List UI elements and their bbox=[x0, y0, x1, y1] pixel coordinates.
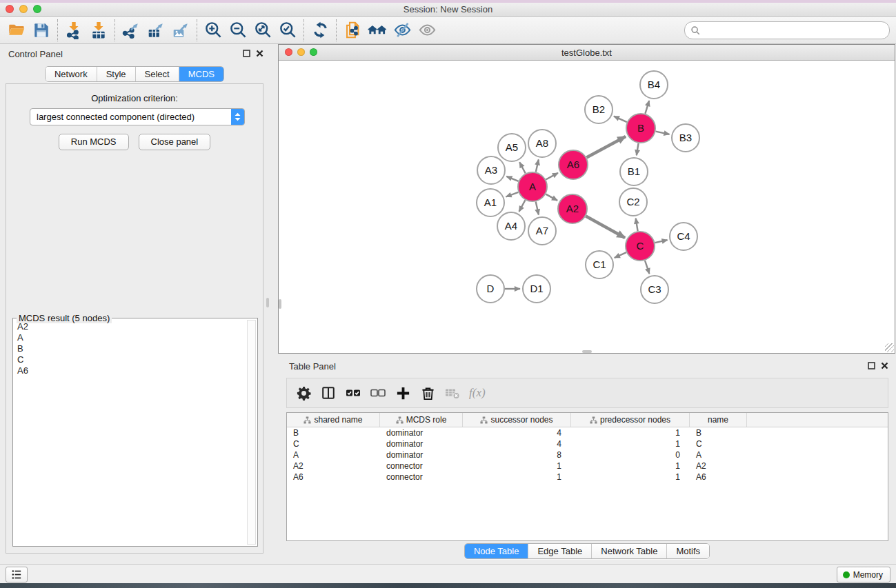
graph-node-A7[interactable]: A7 bbox=[528, 217, 556, 245]
add-column-button[interactable] bbox=[392, 382, 414, 404]
column-header-successor-nodes[interactable]: successor nodes bbox=[463, 413, 571, 427]
graph-node-C3[interactable]: C3 bbox=[641, 276, 668, 303]
column-header-MCDS-role[interactable]: MCDS role bbox=[380, 413, 463, 427]
network-canvas[interactable]: B4B2BB3A8A5A6A3B1AC2A1A2A4A7C4CC1DD1C3 bbox=[279, 61, 895, 353]
graph-edge-A-A5[interactable] bbox=[519, 162, 526, 173]
graph-node-B2[interactable]: B2 bbox=[585, 96, 613, 123]
mcds-result-item[interactable]: A6 bbox=[14, 365, 245, 376]
graph-node-B4[interactable]: B4 bbox=[640, 71, 668, 99]
memory-button[interactable]: Memory bbox=[837, 567, 890, 582]
mcds-result-item[interactable]: B bbox=[14, 343, 245, 354]
graph-edge-A-A2[interactable] bbox=[546, 194, 557, 201]
graph-node-D[interactable]: D bbox=[477, 275, 504, 303]
graph-edge-B-B3[interactable] bbox=[656, 132, 670, 134]
graph-node-A1[interactable]: A1 bbox=[477, 189, 504, 216]
import-network-button[interactable] bbox=[61, 19, 86, 42]
export-table-button[interactable] bbox=[143, 19, 168, 42]
graph-node-C1[interactable]: C1 bbox=[586, 251, 613, 278]
mcds-list-scrollbar[interactable] bbox=[247, 320, 256, 545]
graph-node-D1[interactable]: D1 bbox=[523, 275, 550, 303]
refresh-button[interactable] bbox=[308, 19, 332, 42]
graph-edge-A-A7[interactable] bbox=[536, 202, 539, 215]
table-row[interactable]: Cdominator41C bbox=[287, 438, 888, 449]
graph-edge-B-B1[interactable] bbox=[637, 143, 639, 156]
tab-network-table[interactable]: Network Table bbox=[591, 544, 666, 558]
graph-node-A6[interactable]: A6 bbox=[559, 150, 588, 179]
close-panel-icon[interactable] bbox=[256, 50, 263, 57]
tab-edge-table[interactable]: Edge Table bbox=[528, 544, 591, 558]
search-input[interactable] bbox=[701, 23, 889, 37]
search-field[interactable] bbox=[684, 21, 890, 39]
save-session-button[interactable] bbox=[29, 19, 54, 42]
canvas-hscroll-thumb[interactable] bbox=[582, 350, 592, 353]
graph-edge-A-A8[interactable] bbox=[536, 159, 539, 172]
table-row[interactable]: Adominator80A bbox=[287, 449, 888, 460]
control-panel-scroll-thumb[interactable] bbox=[266, 298, 269, 307]
delete-column-button[interactable] bbox=[417, 382, 439, 404]
export-image-button[interactable] bbox=[168, 19, 193, 42]
network-window-titlebar[interactable]: testGlobe.txt bbox=[279, 45, 895, 61]
float-panel-icon[interactable] bbox=[243, 50, 250, 57]
graph-edge-A6-B[interactable] bbox=[586, 136, 626, 158]
zoom-out-button[interactable] bbox=[226, 19, 250, 42]
mcds-result-item[interactable]: A2 bbox=[14, 321, 245, 332]
graph-node-B3[interactable]: B3 bbox=[672, 124, 699, 152]
table-row[interactable]: Bdominator41B bbox=[287, 427, 888, 438]
tab-network[interactable]: Network bbox=[46, 67, 97, 81]
graph-node-C2[interactable]: C2 bbox=[619, 188, 647, 216]
select-all-button[interactable] bbox=[342, 382, 364, 404]
show-panels-list-button[interactable] bbox=[6, 567, 28, 582]
criterion-select[interactable]: largest connected component (directed) bbox=[30, 108, 245, 125]
show-column-button[interactable] bbox=[317, 382, 339, 404]
graph-edge-C-C1[interactable] bbox=[615, 252, 626, 258]
graph-node-A[interactable]: A bbox=[518, 172, 547, 201]
mcds-result-item[interactable]: C bbox=[14, 354, 245, 365]
graph-edge-A-A1[interactable] bbox=[506, 192, 519, 197]
zoom-in-button[interactable] bbox=[201, 19, 226, 42]
graph-edge-A-A4[interactable] bbox=[519, 200, 526, 212]
export-network-button[interactable] bbox=[119, 19, 143, 42]
tab-mcds[interactable]: MCDS bbox=[179, 67, 223, 81]
table-row[interactable]: A2connector11A2 bbox=[287, 460, 888, 472]
graph-node-A5[interactable]: A5 bbox=[498, 134, 526, 161]
graph-node-B1[interactable]: B1 bbox=[620, 158, 648, 185]
run-mcds-button[interactable]: Run MCDS bbox=[59, 134, 129, 150]
close-panel-icon[interactable] bbox=[881, 362, 888, 369]
graph-edge-C-C4[interactable] bbox=[655, 240, 668, 243]
graph-edge-A2-C[interactable] bbox=[586, 216, 625, 238]
graph-node-C[interactable]: C bbox=[626, 232, 655, 261]
settings-gear-button[interactable] bbox=[292, 382, 315, 404]
deselect-all-button[interactable] bbox=[367, 382, 389, 404]
import-table-button[interactable] bbox=[86, 19, 111, 42]
graph-node-A4[interactable]: A4 bbox=[497, 212, 525, 240]
tab-motifs[interactable]: Motifs bbox=[666, 544, 709, 558]
graph-node-B[interactable]: B bbox=[626, 114, 655, 143]
float-panel-icon[interactable] bbox=[868, 362, 875, 369]
canvas-vscroll-thumb[interactable] bbox=[279, 299, 281, 309]
table-row[interactable]: A6connector11A6 bbox=[287, 472, 888, 483]
graph-node-A8[interactable]: A8 bbox=[528, 130, 556, 157]
graph-edge-C-C3[interactable] bbox=[645, 261, 649, 274]
graph-edge-A-A6[interactable] bbox=[546, 173, 558, 180]
column-header-name[interactable]: name bbox=[690, 413, 747, 427]
column-header-predecessor-nodes[interactable]: predecessor nodes bbox=[571, 413, 690, 427]
graph-edge-C-C2[interactable] bbox=[636, 219, 638, 232]
zoom-fit-button[interactable] bbox=[250, 19, 275, 42]
tab-style[interactable]: Style bbox=[97, 67, 135, 81]
clone-network-button[interactable] bbox=[340, 19, 365, 42]
tab-select[interactable]: Select bbox=[135, 67, 179, 81]
zoom-selected-button[interactable] bbox=[275, 19, 300, 42]
show-graphics-details-button[interactable] bbox=[415, 19, 439, 42]
graph-node-C4[interactable]: C4 bbox=[670, 223, 697, 250]
graph-node-A3[interactable]: A3 bbox=[477, 156, 505, 184]
column-header-shared-name[interactable]: shared name bbox=[287, 413, 380, 427]
graph-node-A2[interactable]: A2 bbox=[558, 194, 587, 223]
graph-edge-B-B2[interactable] bbox=[614, 116, 627, 122]
home-button[interactable] bbox=[365, 19, 390, 42]
graph-edge-B-B4[interactable] bbox=[645, 101, 649, 114]
open-session-button[interactable] bbox=[4, 19, 29, 42]
resize-grip[interactable] bbox=[885, 343, 894, 352]
tab-node-table[interactable]: Node Table bbox=[465, 544, 528, 558]
close-panel-button[interactable]: Close panel bbox=[139, 134, 211, 150]
mcds-result-item[interactable]: A bbox=[14, 332, 245, 343]
